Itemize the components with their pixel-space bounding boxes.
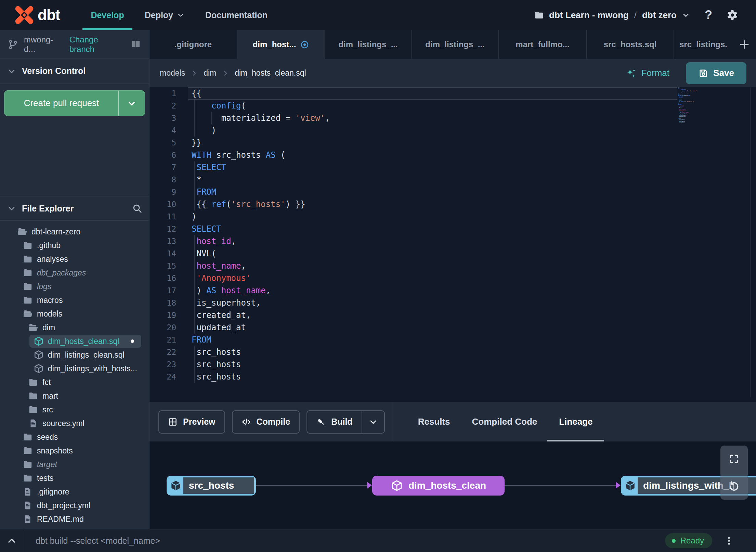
create-pull-request-label: Create pull request xyxy=(4,91,118,116)
editor-tab--gitignore[interactable]: .gitignore xyxy=(149,30,237,59)
refresh-icon[interactable] xyxy=(728,480,740,492)
code-line-20: 20 updated_at xyxy=(149,321,756,334)
tree-item-fct[interactable]: fct xyxy=(0,375,149,389)
status-bar: dbt build --select <model_name> Ready xyxy=(0,529,756,552)
nav-item-develop[interactable]: Develop xyxy=(80,0,134,30)
pull-request-dropdown[interactable] xyxy=(119,91,145,116)
create-pull-request-button[interactable]: Create pull request xyxy=(4,90,145,116)
expand-command-bar-button[interactable] xyxy=(0,529,23,552)
folder-icon xyxy=(23,295,33,305)
compile-button[interactable]: Compile xyxy=(232,410,300,434)
tree-item-dim-listings-clean-sql[interactable]: dim_listings_clean.sql xyxy=(0,348,149,362)
save-button[interactable]: Save xyxy=(686,62,746,84)
model-icon xyxy=(34,350,44,360)
panel-tab-lineage[interactable]: Lineage xyxy=(548,402,603,441)
cube-icon xyxy=(623,480,638,491)
kebab-menu-icon[interactable] xyxy=(724,536,734,546)
branch-row: mwong-d... Change branch xyxy=(0,30,149,59)
panel-tab-results[interactable]: Results xyxy=(407,402,461,441)
line-number: 3 xyxy=(149,112,176,124)
editor-scrollbar[interactable] xyxy=(750,87,751,397)
tree-item-readme-md[interactable]: README.md xyxy=(0,512,149,526)
tree-item-mart[interactable]: mart xyxy=(0,389,149,403)
dbt-logo-icon xyxy=(14,4,35,26)
gear-icon[interactable] xyxy=(727,9,738,21)
breadcrumb-item[interactable]: dim xyxy=(204,68,216,78)
editor-tab-dim-listings-[interactable]: dim_listings_... xyxy=(412,30,499,59)
code-line-content: ) AS host_name, xyxy=(188,284,677,297)
line-number: 5 xyxy=(149,137,176,149)
editor-tab-dim-listings-[interactable]: dim_listings_... xyxy=(325,30,412,59)
folder-open-icon xyxy=(28,322,38,333)
code-line-content: created_at, xyxy=(188,309,677,321)
line-number: 4 xyxy=(149,124,176,137)
line-number: 19 xyxy=(149,309,176,321)
build-dropdown[interactable] xyxy=(362,411,384,433)
tree-item-snapshots[interactable]: snapshots xyxy=(0,444,149,458)
tree-item-macros[interactable]: macros xyxy=(0,293,149,307)
tree-item-sources-yml[interactable]: sources.yml xyxy=(0,416,149,430)
nav-item-deploy[interactable]: Deploy xyxy=(134,0,195,30)
tree-item-analyses[interactable]: analyses xyxy=(0,252,149,266)
tree-item-logs[interactable]: logs xyxy=(0,280,149,293)
dbt-logo[interactable]: dbt xyxy=(14,4,60,26)
tree-item-dbt-packages[interactable]: dbt_packages xyxy=(0,266,149,280)
breadcrumb-item[interactable]: dim_hosts_clean.sql xyxy=(235,68,306,78)
code-line-content: * xyxy=(188,174,677,186)
help-button[interactable]: ? xyxy=(705,8,712,22)
tree-item-label: mart xyxy=(42,391,58,401)
folder-icon xyxy=(23,240,33,251)
preview-button[interactable]: Preview xyxy=(158,410,225,434)
lineage-node-src-hosts[interactable]: src_hosts xyxy=(167,476,256,496)
code-line-content: src_hosts xyxy=(188,346,677,358)
status-badge: Ready xyxy=(665,533,712,548)
file-explorer-header[interactable]: File Explorer xyxy=(0,196,149,221)
lineage-node-dim-hosts-clean[interactable]: dim_hosts_clean xyxy=(372,476,505,496)
code-line-content: is_superhost, xyxy=(188,297,677,309)
tree-item-src[interactable]: src xyxy=(0,403,149,416)
tree-item-dim[interactable]: dim xyxy=(0,321,149,334)
indent-guide xyxy=(194,161,195,210)
editor-tab-mart-fullmo-[interactable]: mart_fullmo... xyxy=(499,30,587,59)
tree-item-dbt-project-yml[interactable]: dbt_project.yml xyxy=(0,499,149,512)
code-line-18: 18 is_superhost, xyxy=(149,297,756,309)
editor-pane: .gitignoredim_host...dim_listings_...dim… xyxy=(149,30,756,529)
format-button[interactable]: Format xyxy=(626,68,669,79)
tab-label: src_hosts.sql xyxy=(604,40,657,49)
tree-item-tests[interactable]: tests xyxy=(0,471,149,485)
search-icon[interactable] xyxy=(132,203,142,214)
build-button[interactable]: Build xyxy=(307,410,385,434)
editor-tabbar: .gitignoredim_host...dim_listings_...dim… xyxy=(149,30,756,59)
new-tab-button[interactable] xyxy=(733,30,756,59)
minimap[interactable]: {{ config( materialized = 'view', )}}WIT… xyxy=(678,87,716,149)
tree-item-dim-listings-with-hosts-[interactable]: dim_listings_with_hosts... xyxy=(0,362,149,375)
tree-item--gitignore[interactable]: .gitignore xyxy=(0,485,149,499)
fullscreen-icon[interactable] xyxy=(728,453,740,465)
tree-item-target[interactable]: target xyxy=(0,458,149,471)
change-branch-link[interactable]: Change branch xyxy=(69,35,125,54)
code-line-content: ) xyxy=(188,210,677,223)
panel-tab-compiled-code[interactable]: Compiled Code xyxy=(461,402,548,441)
tree-item-dbt-learn-zero[interactable]: dbt-learn-zero xyxy=(0,225,149,239)
tree-item-label: dim_listings_clean.sql xyxy=(48,350,125,360)
tree-item-dim-hosts-clean-sql[interactable]: dim_hosts_clean.sql xyxy=(0,334,149,348)
command-input[interactable]: dbt build --select <model_name> xyxy=(36,536,160,546)
tree-item-seeds[interactable]: seeds xyxy=(0,430,149,444)
top-navbar: dbt DevelopDeployDocumentation dbt Learn… xyxy=(0,0,756,30)
lineage-graph[interactable]: src_hosts dim_hosts_clean dim_listings_w… xyxy=(149,441,756,529)
editor-tab-dim-host-[interactable]: dim_host... xyxy=(237,30,325,59)
code-line-15: 15 host_name, xyxy=(149,260,756,272)
docs-book-icon[interactable] xyxy=(130,39,142,50)
tree-item--github[interactable]: .github xyxy=(0,239,149,252)
editor-tab-src-listings-[interactable]: src_listings. xyxy=(674,30,733,59)
tree-item-models[interactable]: models xyxy=(0,307,149,321)
breadcrumb-item[interactable]: models xyxy=(160,68,185,78)
version-control-header[interactable]: Version Control xyxy=(0,59,149,84)
code-line-content: SELECT xyxy=(188,223,677,235)
code-editor[interactable]: 1{{2 config(3 materialized = 'view',4 )5… xyxy=(149,87,756,402)
editor-tab-src-hosts-sql[interactable]: src_hosts.sql xyxy=(587,30,674,59)
lineage-edge xyxy=(505,485,616,486)
code-line-8: 8 * xyxy=(149,174,756,186)
nav-item-documentation[interactable]: Documentation xyxy=(195,0,278,30)
project-selector[interactable]: dbt Learn - mwong / dbt zero xyxy=(534,10,690,21)
